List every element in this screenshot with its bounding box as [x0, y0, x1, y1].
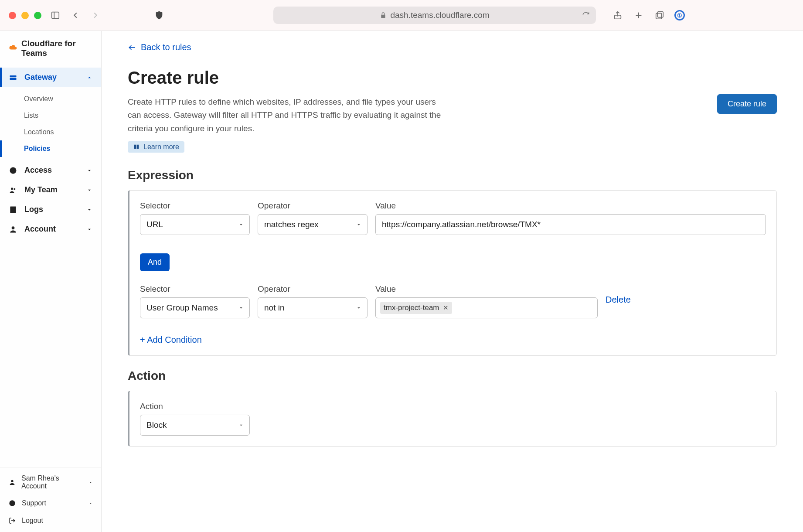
new-tab-icon[interactable]	[633, 9, 645, 21]
token-label: tmx-project-team	[384, 304, 439, 312]
1password-icon[interactable]: ①	[674, 10, 685, 20]
chevron-down-icon	[356, 222, 362, 228]
sidebar-item-label: Account	[24, 225, 56, 234]
share-icon[interactable]	[612, 9, 624, 21]
main-content: Back to rules Create rule Create HTTP ru…	[102, 31, 803, 532]
arrow-left-icon	[128, 43, 136, 52]
svg-rect-6	[656, 13, 662, 19]
team-icon	[9, 186, 17, 194]
close-window-button[interactable]	[9, 12, 16, 19]
sidebar-item-label: Access	[24, 166, 52, 175]
sidebar-item-myteam[interactable]: My Team	[0, 180, 101, 200]
svg-point-15	[9, 500, 15, 506]
chevron-down-icon	[238, 305, 244, 311]
back-link[interactable]: Back to rules	[128, 42, 777, 52]
footer-logout[interactable]: Logout	[0, 512, 101, 529]
logs-icon	[9, 205, 17, 214]
gateway-icon	[9, 73, 17, 82]
user-icon	[9, 225, 17, 234]
logout-icon	[8, 516, 17, 525]
footer-support[interactable]: Support	[0, 494, 101, 512]
refresh-icon[interactable]	[582, 11, 590, 19]
value-input-1[interactable]: https://company.atlassian.net/browse/TMX…	[375, 214, 766, 235]
action-value: Block	[146, 420, 167, 430]
svg-rect-0	[52, 12, 59, 19]
brand[interactable]: Cloudflare for Teams	[0, 31, 101, 66]
action-dropdown[interactable]: Block	[140, 415, 250, 436]
cloudflare-logo-icon	[9, 44, 17, 53]
forward-button[interactable]	[89, 9, 102, 21]
chevron-up-icon	[86, 75, 92, 81]
chevron-down-icon	[86, 226, 92, 232]
value-token: tmx-project-team ✕	[380, 302, 452, 314]
operator-dropdown-2[interactable]: not in	[258, 297, 367, 318]
operator-value: not in	[264, 303, 284, 313]
access-icon	[9, 166, 17, 175]
browser-chrome: dash.teams.cloudflare.com ①	[0, 0, 803, 31]
svg-rect-12	[10, 206, 16, 213]
svg-rect-7	[10, 75, 17, 77]
sidebar-item-logs[interactable]: Logs	[0, 200, 101, 219]
action-section-title: Action	[128, 369, 777, 383]
sidebar-item-label: Gateway	[24, 73, 57, 82]
operator-dropdown-1[interactable]: matches regex	[258, 214, 367, 235]
svg-rect-5	[657, 12, 663, 17]
page-title: Create rule	[128, 68, 450, 88]
chevron-down-icon	[356, 305, 362, 311]
footer-account-label: Sam Rhea's Account	[21, 474, 83, 490]
book-icon	[133, 143, 140, 150]
help-icon	[8, 499, 17, 508]
selector-value: User Group Names	[146, 303, 218, 313]
value-label: Value	[375, 284, 598, 294]
value-label: Value	[375, 201, 766, 211]
sidebar: Cloudflare for Teams Gateway Overview Li…	[0, 31, 102, 532]
svg-point-9	[10, 167, 17, 174]
sidebar-item-gateway[interactable]: Gateway	[0, 68, 101, 87]
selector-dropdown-2[interactable]: User Group Names	[140, 297, 250, 318]
minimize-window-button[interactable]	[21, 12, 29, 19]
brand-label: Cloudflare for Teams	[21, 39, 92, 58]
chevron-down-icon	[238, 222, 244, 228]
sidebar-sub-lists[interactable]: Lists	[0, 107, 101, 124]
selector-label: Selector	[140, 201, 250, 211]
create-rule-button[interactable]: Create rule	[717, 94, 777, 114]
and-operator-pill[interactable]: And	[140, 253, 170, 271]
operator-label: Operator	[258, 284, 367, 294]
svg-point-14	[11, 480, 13, 482]
svg-point-10	[11, 188, 13, 190]
sidebar-sub-overview[interactable]: Overview	[0, 91, 101, 107]
svg-point-11	[14, 188, 15, 190]
sidebar-item-label: Logs	[24, 205, 43, 214]
selector-label: Selector	[140, 284, 250, 294]
action-panel: Action Block	[128, 391, 777, 447]
footer-support-label: Support	[22, 499, 46, 507]
lock-icon	[380, 12, 387, 19]
expression-section-title: Expression	[128, 168, 777, 182]
footer-account-switcher[interactable]: Sam Rhea's Account	[0, 470, 101, 494]
chevron-down-icon	[88, 501, 93, 506]
window-controls	[9, 12, 41, 19]
selector-dropdown-1[interactable]: URL	[140, 214, 250, 235]
url-text: dash.teams.cloudflare.com	[390, 10, 489, 20]
expression-panel: Selector URL Operator matches regex	[128, 190, 777, 356]
learn-more-label: Learn more	[143, 143, 179, 151]
tabs-icon[interactable]	[653, 9, 666, 21]
sidebar-item-access[interactable]: Access	[0, 160, 101, 180]
privacy-shield-icon[interactable]	[153, 9, 165, 21]
url-bar[interactable]: dash.teams.cloudflare.com	[273, 7, 596, 24]
add-condition-link[interactable]: + Add Condition	[140, 335, 202, 345]
chevron-down-icon	[238, 422, 244, 428]
sidebar-sub-locations[interactable]: Locations	[0, 124, 101, 140]
maximize-window-button[interactable]	[34, 12, 41, 19]
sidebar-item-account[interactable]: Account	[0, 219, 101, 239]
learn-more-link[interactable]: Learn more	[128, 141, 184, 153]
back-button[interactable]	[69, 9, 82, 21]
back-link-label: Back to rules	[141, 42, 191, 52]
svg-rect-8	[10, 78, 17, 79]
sidebar-sub-policies[interactable]: Policies	[0, 140, 101, 157]
value-token-input-2[interactable]: tmx-project-team ✕	[375, 297, 598, 318]
remove-token-icon[interactable]: ✕	[443, 304, 449, 312]
delete-condition-link[interactable]: Delete	[606, 295, 631, 305]
svg-point-13	[12, 226, 15, 229]
sidebar-toggle-icon[interactable]	[49, 9, 61, 21]
